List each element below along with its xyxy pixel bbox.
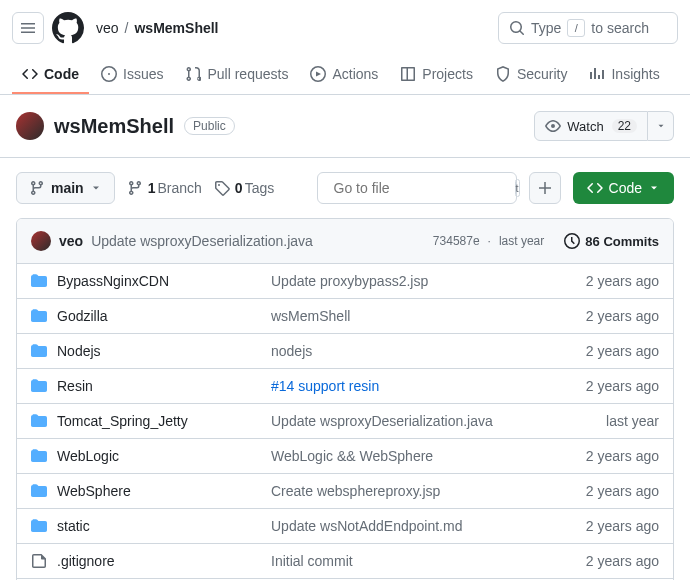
watch-dropdown[interactable] (648, 111, 674, 141)
file-name[interactable]: WebSphere (31, 483, 271, 499)
file-row: .gitignore Initial commit 2 years ago (17, 544, 673, 579)
file-time: 2 years ago (559, 308, 659, 324)
file-commit-msg[interactable]: Create websphereproxy.jsp (271, 483, 559, 499)
file-name[interactable]: WebLogic (31, 448, 271, 464)
file-row: BypassNginxCDN Update proxybypass2.jsp 2… (17, 264, 673, 299)
file-commit-msg[interactable]: nodejs (271, 343, 559, 359)
folder-icon (31, 378, 47, 394)
file-time: last year (559, 413, 659, 429)
tab-insights[interactable]: Insights (579, 56, 669, 94)
breadcrumb-sep: / (125, 20, 129, 36)
file-commit-msg[interactable]: #14 support resin (271, 378, 559, 394)
code-button[interactable]: Code (573, 172, 674, 204)
branch-name: main (51, 180, 84, 196)
tab-actions[interactable]: Actions (300, 56, 388, 94)
file-name[interactable]: BypassNginxCDN (31, 273, 271, 289)
tab-label: Insights (611, 66, 659, 82)
tab-label: Projects (422, 66, 473, 82)
commit-sha[interactable]: 734587e (433, 234, 480, 248)
file-row: Godzilla wsMemShell 2 years ago (17, 299, 673, 334)
commit-message[interactable]: Update wsproxyDeserialization.java (91, 233, 313, 249)
file-row: Nodejs nodejs 2 years ago (17, 334, 673, 369)
tab-projects[interactable]: Projects (390, 56, 483, 94)
eye-icon (545, 118, 561, 134)
tab-label: Issues (123, 66, 163, 82)
breadcrumb: veo / wsMemShell (96, 20, 219, 36)
branches-link[interactable]: 1Branch (127, 180, 202, 196)
global-search[interactable]: Type / to search (498, 12, 678, 44)
folder-icon (31, 518, 47, 534)
tab-security[interactable]: Security (485, 56, 578, 94)
branch-icon (29, 180, 45, 196)
file-name[interactable]: Tomcat_Spring_Jetty (31, 413, 271, 429)
file-name[interactable]: Nodejs (31, 343, 271, 359)
tab-pulls[interactable]: Pull requests (175, 56, 298, 94)
file-finder[interactable]: t (317, 172, 517, 204)
tab-label: Actions (332, 66, 378, 82)
code-icon (587, 180, 603, 196)
file-name-text: Tomcat_Spring_Jetty (57, 413, 188, 429)
code-button-label: Code (609, 180, 642, 196)
branch-selector[interactable]: main (16, 172, 115, 204)
commit-sep: · (488, 234, 491, 248)
hamburger-icon (20, 20, 36, 36)
file-commit-msg[interactable]: wsMemShell (271, 308, 559, 324)
repo-title: wsMemShell (54, 115, 174, 138)
issues-icon (101, 66, 117, 82)
repo-avatar[interactable] (16, 112, 44, 140)
file-listing: veo Update wsproxyDeserialization.java 7… (16, 218, 674, 580)
file-time: 2 years ago (559, 378, 659, 394)
branch-icon (127, 180, 143, 196)
github-logo[interactable] (52, 12, 84, 44)
file-time: 2 years ago (559, 483, 659, 499)
file-name-text: .gitignore (57, 553, 115, 569)
file-commit-msg[interactable]: Update proxybypass2.jsp (271, 273, 559, 289)
watch-count: 22 (612, 119, 637, 133)
file-name[interactable]: .gitignore (31, 553, 271, 569)
hamburger-menu[interactable] (12, 12, 44, 44)
file-icon (31, 553, 47, 569)
add-file-button[interactable] (529, 172, 561, 204)
watch-button-group: Watch 22 (534, 111, 674, 141)
commits-link[interactable]: 86 Commits (564, 233, 659, 249)
watch-button[interactable]: Watch 22 (534, 111, 648, 141)
tab-label: Security (517, 66, 568, 82)
file-name[interactable]: Godzilla (31, 308, 271, 324)
insights-icon (589, 66, 605, 82)
folder-icon (31, 343, 47, 359)
file-time: 2 years ago (559, 273, 659, 289)
security-icon (495, 66, 511, 82)
file-name-text: Godzilla (57, 308, 108, 324)
file-finder-input[interactable] (334, 180, 509, 196)
owner-link[interactable]: veo (96, 20, 119, 36)
file-finder-kbd: t (515, 179, 520, 197)
repo-tabs: CodeIssuesPull requestsActionsProjectsSe… (0, 56, 690, 95)
file-time: 2 years ago (559, 343, 659, 359)
file-row: WebSphere Create websphereproxy.jsp 2 ye… (17, 474, 673, 509)
tags-link[interactable]: 0Tags (214, 180, 274, 196)
plus-icon (537, 180, 553, 196)
tab-issues[interactable]: Issues (91, 56, 173, 94)
file-commit-msg[interactable]: WebLogic && WebSphere (271, 448, 559, 464)
commit-author-avatar[interactable] (31, 231, 51, 251)
chevron-down-icon (90, 182, 102, 194)
watch-label: Watch (567, 119, 603, 134)
folder-icon (31, 273, 47, 289)
folder-icon (31, 308, 47, 324)
file-name[interactable]: static (31, 518, 271, 534)
tab-code[interactable]: Code (12, 56, 89, 94)
commit-time: last year (499, 234, 544, 248)
tab-label: Pull requests (207, 66, 288, 82)
file-commit-msg[interactable]: Initial commit (271, 553, 559, 569)
file-commit-msg[interactable]: Update wsproxyDeserialization.java (271, 413, 559, 429)
file-name[interactable]: Resin (31, 378, 271, 394)
file-time: 2 years ago (559, 448, 659, 464)
file-commit-msg[interactable]: Update wsNotAddEndpoint.md (271, 518, 559, 534)
file-name-text: BypassNginxCDN (57, 273, 169, 289)
search-slash-kbd: / (567, 19, 585, 37)
chevron-down-icon (656, 121, 666, 131)
file-row: Resin #14 support resin 2 years ago (17, 369, 673, 404)
commit-author[interactable]: veo (59, 233, 83, 249)
search-suffix: to search (591, 20, 649, 36)
repo-link[interactable]: wsMemShell (134, 20, 218, 36)
